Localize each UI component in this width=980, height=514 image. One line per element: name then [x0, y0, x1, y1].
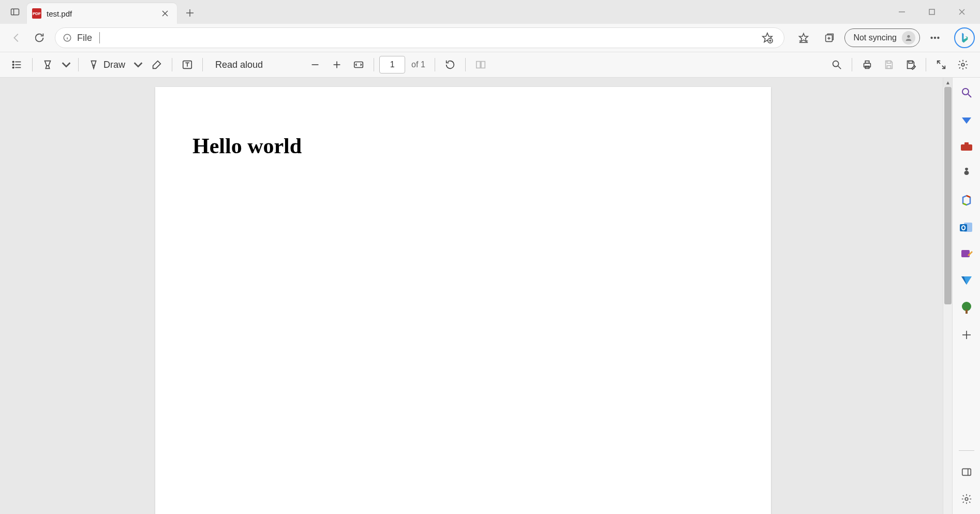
- sidebar-office-icon[interactable]: [959, 193, 974, 208]
- tab-actions-icon: [10, 7, 20, 17]
- svg-rect-50: [909, 61, 912, 64]
- pdf-settings-button[interactable]: [953, 55, 973, 75]
- svg-point-43: [833, 61, 839, 67]
- draw-dropdown[interactable]: [131, 55, 145, 75]
- rotate-button[interactable]: [440, 55, 460, 75]
- favorites-icon: [798, 32, 809, 43]
- close-window-button[interactable]: [947, 2, 977, 22]
- pdf-toolbar: Draw Read aloud of 1: [0, 52, 980, 78]
- pdf-viewer[interactable]: Hello world ▲: [0, 78, 952, 514]
- pen-icon: [88, 59, 99, 70]
- bing-button[interactable]: [954, 27, 975, 48]
- address-bar[interactable]: File: [55, 27, 784, 48]
- zoom-out-button[interactable]: [305, 55, 325, 75]
- settings-menu-button[interactable]: [924, 27, 946, 48]
- svg-rect-56: [961, 144, 972, 151]
- erase-button[interactable]: [147, 55, 167, 75]
- list-icon: [11, 59, 23, 70]
- svg-rect-66: [962, 469, 971, 476]
- site-info-icon[interactable]: [63, 33, 72, 42]
- sidebar-image-creator-icon[interactable]: [959, 246, 974, 262]
- sidebar-drop-icon[interactable]: [959, 273, 974, 289]
- vertical-scrollbar[interactable]: ▲: [943, 78, 952, 514]
- close-icon: [958, 8, 966, 16]
- svg-point-25: [931, 37, 932, 39]
- minimize-window-button[interactable]: [887, 2, 917, 22]
- svg-marker-17: [799, 34, 808, 42]
- browser-tab[interactable]: test.pdf: [27, 3, 177, 24]
- svg-rect-57: [964, 142, 969, 145]
- svg-rect-49: [887, 66, 890, 68]
- sidebar-outlook-icon[interactable]: [959, 219, 974, 235]
- svg-rect-42: [481, 62, 485, 68]
- back-button[interactable]: [5, 27, 28, 48]
- favorites-button[interactable]: [793, 27, 814, 48]
- scroll-up-button[interactable]: ▲: [943, 78, 952, 87]
- read-aloud-button[interactable]: Read aloud: [208, 55, 270, 75]
- save-as-button[interactable]: [901, 55, 920, 75]
- contents-button[interactable]: [7, 55, 27, 75]
- fit-width-button[interactable]: [349, 55, 368, 75]
- rotate-icon: [444, 59, 456, 70]
- arrow-left-icon: [11, 32, 22, 43]
- edge-sidebar: [952, 78, 980, 514]
- document-heading: Hello world: [192, 134, 734, 158]
- svg-rect-61: [961, 250, 970, 257]
- svg-point-53: [961, 63, 964, 66]
- fit-width-icon: [353, 59, 364, 70]
- profile-avatar-icon: [902, 31, 915, 45]
- svg-point-24: [907, 35, 910, 38]
- plus-icon: [331, 59, 343, 70]
- gear-icon: [957, 59, 969, 70]
- sidebar-games-icon[interactable]: [959, 166, 974, 181]
- svg-point-54: [962, 89, 969, 95]
- page-number-input[interactable]: [379, 56, 405, 74]
- profile-sync-button[interactable]: Not syncing: [844, 28, 920, 47]
- svg-rect-41: [477, 62, 480, 68]
- refresh-button[interactable]: [28, 27, 51, 48]
- sidebar-tools-icon[interactable]: [959, 139, 974, 154]
- print-button[interactable]: [857, 55, 877, 75]
- tab-actions-button[interactable]: [6, 3, 24, 21]
- highlight-dropdown[interactable]: [60, 55, 73, 75]
- sidebar-add-button[interactable]: [959, 327, 974, 343]
- maximize-window-button[interactable]: [917, 2, 947, 22]
- svg-line-44: [838, 66, 841, 69]
- text-cursor: [99, 32, 100, 43]
- find-button[interactable]: [827, 55, 847, 75]
- collections-button[interactable]: [819, 27, 840, 48]
- close-tab-button[interactable]: [158, 7, 172, 20]
- save-button[interactable]: [879, 55, 899, 75]
- sidebar-tree-icon[interactable]: [959, 300, 974, 316]
- highlight-button[interactable]: [38, 55, 57, 75]
- fullscreen-button[interactable]: [931, 55, 951, 75]
- bing-icon: [959, 32, 970, 43]
- sync-status-label: Not syncing: [853, 33, 897, 42]
- fullscreen-icon: [936, 59, 947, 70]
- svg-point-26: [934, 37, 936, 39]
- sidebar-shopping-icon[interactable]: [959, 112, 974, 127]
- draw-button[interactable]: Draw: [84, 55, 129, 75]
- two-page-icon: [475, 59, 486, 70]
- read-aloud-label: Read aloud: [215, 60, 263, 70]
- tab-title: test.pdf: [47, 9, 153, 18]
- minimize-icon: [898, 8, 905, 16]
- svg-point-27: [938, 37, 939, 39]
- sidebar-hide-button[interactable]: [959, 464, 974, 480]
- svg-point-32: [12, 67, 14, 68]
- browser-toolbar: File Not syncing: [0, 24, 980, 52]
- sidebar-search-icon[interactable]: [959, 85, 974, 100]
- pdf-page[interactable]: Hello world: [155, 87, 771, 514]
- scrollbar-thumb[interactable]: [944, 87, 952, 304]
- sidebar-settings-button[interactable]: [959, 491, 974, 507]
- add-text-button[interactable]: [177, 55, 197, 75]
- zoom-in-button[interactable]: [327, 55, 347, 75]
- plus-icon: [186, 9, 194, 17]
- add-favorite-button[interactable]: [758, 28, 777, 47]
- svg-point-28: [12, 61, 14, 63]
- collections-icon: [824, 32, 835, 43]
- svg-rect-7: [929, 9, 934, 14]
- new-tab-button[interactable]: [181, 4, 199, 22]
- svg-line-55: [968, 94, 971, 97]
- page-view-button[interactable]: [471, 55, 491, 75]
